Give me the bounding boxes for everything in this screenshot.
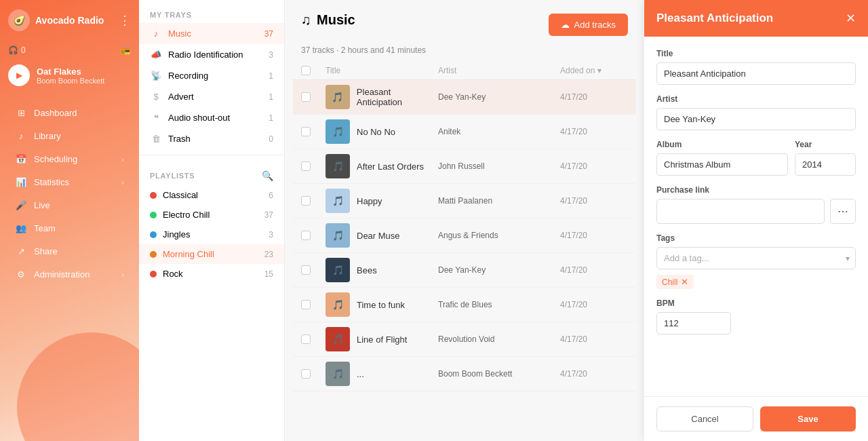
- sidebar-menu-button[interactable]: ⋮: [119, 13, 131, 28]
- column-added: Added on ▾: [560, 66, 628, 75]
- table-row[interactable]: 🎵 Pleasant Anticipation Dee Yan-Key 4/17…: [293, 80, 636, 115]
- track-date: 4/17/20: [560, 231, 628, 240]
- tags-select-wrapper: Add a tag... ▾: [656, 247, 856, 269]
- panel-body: Title Artist Album Year Purchase link ⋯: [644, 37, 868, 396]
- row-checkbox[interactable]: [301, 300, 311, 309]
- track-artist: Dee Yan-Key: [438, 265, 560, 275]
- playlist-item-rock[interactable]: Rock 15: [139, 264, 284, 284]
- tray-item-audio-shoutout[interactable]: ❝ Audio shout-out 1: [139, 107, 284, 128]
- table-row[interactable]: 🎵 After Last Orders John Russell 4/17/20: [293, 149, 636, 184]
- sidebar: 🥑 Avocado Radio ⋮ 🎧 0 📻 ▶ Oat Flakes Boo…: [0, 0, 139, 441]
- track-thumbnail: 🎵: [326, 154, 350, 178]
- tray-panel: MY TRAYS ♪ Music 37 📣 Radio Identificati…: [139, 0, 285, 441]
- row-checkbox[interactable]: [301, 231, 311, 240]
- headphone-icon: 🎧: [8, 45, 18, 55]
- tracks-meta: 37 tracks · 2 hours and 41 minutes: [285, 45, 644, 62]
- playlist-item-classical[interactable]: Classical 6: [139, 185, 284, 205]
- play-button[interactable]: ▶: [8, 64, 30, 86]
- sidebar-item-administration[interactable]: ⚙ Administration ›: [4, 263, 135, 286]
- playlist-dot: [150, 212, 157, 218]
- sidebar-item-label: Team: [34, 223, 56, 233]
- add-tracks-button[interactable]: ☁ Add tracks: [549, 14, 628, 36]
- track-thumbnail: 🎵: [326, 258, 350, 282]
- playlist-item-electro-chill[interactable]: Electro Chill 37: [139, 205, 284, 225]
- sidebar-item-live[interactable]: 🎤 Live: [4, 194, 135, 216]
- playlist-item-jingles[interactable]: Jingles 3: [139, 225, 284, 244]
- purchase-field-label: Purchase link: [656, 185, 856, 195]
- cancel-button[interactable]: Cancel: [656, 406, 753, 432]
- table-row[interactable]: 🎵 Happy Matti Paalanen 4/17/20: [293, 184, 636, 218]
- bpm-input[interactable]: [656, 312, 731, 334]
- track-date: 4/17/20: [560, 369, 628, 379]
- tag-remove-button[interactable]: ✕: [681, 277, 688, 287]
- album-input[interactable]: [656, 153, 788, 176]
- row-checkbox[interactable]: [301, 265, 311, 275]
- tray-item-radio-identification[interactable]: 📣 Radio Identification 3: [139, 44, 284, 65]
- panel-title: Pleasant Anticipation: [656, 12, 773, 25]
- tray-item-trash[interactable]: 🗑 Trash 0: [139, 128, 284, 149]
- tray-item-label: Trash: [168, 134, 191, 144]
- table-row[interactable]: 🎵 Bees Dee Yan-Key 4/17/20: [293, 253, 636, 288]
- purchase-more-button[interactable]: ⋯: [830, 199, 856, 224]
- track-artist: Trafic de Blues: [438, 300, 560, 309]
- audio-shoutout-icon: ❝: [150, 113, 162, 123]
- track-title-cell: 🎵 ...: [326, 362, 438, 386]
- artist-input[interactable]: [656, 108, 856, 130]
- year-input[interactable]: [795, 153, 856, 176]
- track-title: No No No: [350, 127, 395, 137]
- playlist-dot: [150, 251, 157, 258]
- row-checkbox[interactable]: [301, 369, 311, 379]
- track-artist: Angus & Friends: [438, 231, 560, 240]
- track-thumbnail: 🎵: [326, 292, 350, 317]
- track-date: 4/17/20: [560, 127, 628, 136]
- row-checkbox[interactable]: [301, 161, 311, 171]
- table-row[interactable]: 🎵 ... Boom Boom Beckett 4/17/20: [293, 357, 636, 391]
- sidebar-item-share[interactable]: ↗ Share: [4, 240, 135, 263]
- tray-item-label: Music: [168, 28, 191, 39]
- row-checkbox[interactable]: [301, 196, 311, 206]
- track-artist: Boom Boom Beckett: [37, 77, 131, 85]
- title-input[interactable]: [656, 62, 856, 85]
- sidebar-item-dashboard[interactable]: ⊞ Dashboard: [4, 102, 135, 124]
- tray-item-recording[interactable]: 📡 Recording 1: [139, 65, 284, 86]
- table-row[interactable]: 🎵 No No No Anitek 4/17/20: [293, 115, 636, 149]
- playlists-search-button[interactable]: 🔍: [262, 170, 273, 181]
- broadcast-icon: 📻: [120, 45, 131, 55]
- music-note-icon: ♫: [301, 12, 311, 28]
- track-thumbnail: 🎵: [326, 362, 350, 386]
- track-title: Time to funk: [350, 300, 405, 310]
- tray-item-music[interactable]: ♪ Music 37: [139, 23, 284, 44]
- sidebar-item-library[interactable]: ♪ Library: [4, 125, 135, 147]
- track-title: After Last Orders: [350, 161, 424, 172]
- table-row[interactable]: 🎵 Dear Muse Angus & Friends 4/17/20: [293, 218, 636, 253]
- sidebar-item-statistics[interactable]: 📊 Statistics ›: [4, 171, 135, 193]
- sidebar-item-scheduling[interactable]: 📅 Scheduling ›: [4, 148, 135, 170]
- tracks-rows: 🎵 Pleasant Anticipation Dee Yan-Key 4/17…: [293, 80, 636, 391]
- row-checkbox[interactable]: [301, 127, 311, 136]
- row-checkbox[interactable]: [301, 334, 311, 344]
- playlists-header: PLAYLISTS 🔍: [139, 161, 284, 185]
- tray-item-count: 0: [269, 134, 273, 144]
- brand-logo: 🥑: [8, 9, 30, 31]
- table-row[interactable]: 🎵 Time to funk Trafic de Blues 4/17/20: [293, 288, 636, 322]
- sidebar-header: 🥑 Avocado Radio ⋮: [0, 0, 139, 41]
- sidebar-item-team[interactable]: 👥 Team: [4, 217, 135, 239]
- main-title: ♫ Music: [301, 12, 355, 28]
- panel-close-button[interactable]: ✕: [846, 11, 856, 26]
- select-all-checkbox[interactable]: [301, 66, 311, 75]
- table-row[interactable]: 🎵 Line of Flight Revolution Void 4/17/20: [293, 322, 636, 357]
- sort-icon[interactable]: ▾: [597, 66, 601, 75]
- tags-select[interactable]: Add a tag...: [656, 247, 856, 269]
- row-checkbox[interactable]: [301, 92, 311, 102]
- track-artist: Boom Boom Beckett: [438, 369, 560, 379]
- main-header: ♫ Music ☁ Add tracks: [285, 0, 644, 45]
- purchase-input[interactable]: [656, 199, 825, 224]
- track-artist: Dee Yan-Key: [438, 92, 560, 102]
- save-button[interactable]: Save: [760, 406, 856, 432]
- tray-items: ♪ Music 37 📣 Radio Identification 3 📡 Re…: [139, 23, 284, 149]
- track-title-cell: 🎵 Dear Muse: [326, 223, 438, 248]
- track-title: ...: [350, 369, 364, 379]
- playlist-item-morning-chill[interactable]: Morning Chill 23: [139, 244, 284, 264]
- now-playing: ▶ Oat Flakes Boom Boom Beckett: [0, 59, 139, 96]
- tray-item-advert[interactable]: $ Advert 1: [139, 86, 284, 107]
